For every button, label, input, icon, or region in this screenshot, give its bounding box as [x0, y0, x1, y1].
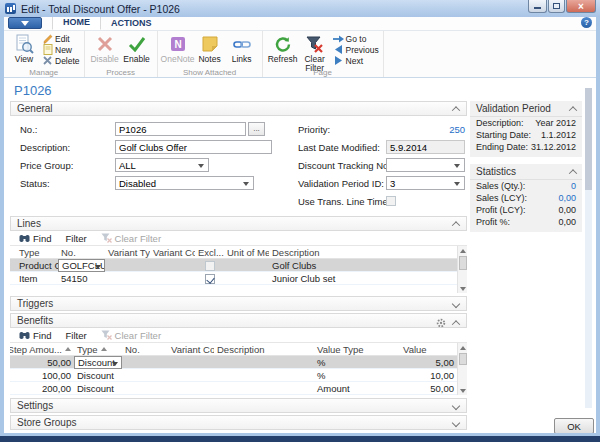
- maximize-button[interactable]: [548, 0, 565, 13]
- cell-no-editing[interactable]: GOLFCLU...: [58, 259, 105, 272]
- previous-button[interactable]: Previous: [333, 44, 379, 55]
- cell-description[interactable]: [214, 382, 314, 395]
- collapse-factbox-icon[interactable]: [569, 169, 577, 177]
- col-value[interactable]: Value: [400, 344, 457, 355]
- cell-description[interactable]: Golf Clubs: [269, 259, 457, 272]
- cell-excl[interactable]: [195, 272, 224, 285]
- col-step-amount[interactable]: Step Amou...: [10, 344, 74, 355]
- table-row[interactable]: 50,00 Discount % 5,00: [10, 356, 457, 369]
- description-input[interactable]: Golf Clubs Offer: [115, 140, 272, 154]
- expand-settings-icon[interactable]: [452, 402, 460, 410]
- benefits-filter-button[interactable]: Filter: [60, 330, 91, 341]
- section-header-lines[interactable]: Lines: [10, 216, 467, 231]
- collapse-benefits-icon[interactable]: [452, 320, 460, 328]
- section-header-settings[interactable]: Settings: [10, 398, 467, 413]
- help-icon[interactable]: ?: [581, 17, 592, 28]
- scroll-down-icon[interactable]: [458, 386, 468, 395]
- cell-excl[interactable]: [195, 259, 224, 272]
- no-input[interactable]: P1026: [115, 122, 246, 136]
- cell-type[interactable]: Discount: [74, 382, 122, 395]
- excl-checkbox[interactable]: [205, 261, 215, 271]
- section-header-general[interactable]: General: [10, 101, 467, 116]
- onenote-button[interactable]: N OneNote: [162, 33, 194, 64]
- cell-description[interactable]: [214, 369, 314, 382]
- cell-variant-code[interactable]: [150, 272, 195, 285]
- next-button[interactable]: Next: [333, 55, 379, 66]
- discount-tracking-no-select[interactable]: [386, 158, 465, 172]
- cell-uom[interactable]: [224, 272, 269, 285]
- status-select[interactable]: Disabled: [115, 176, 254, 190]
- cell-description[interactable]: [214, 356, 314, 369]
- cell-value-type[interactable]: %: [314, 369, 400, 382]
- title-bar[interactable]: Edit - Total Discount Offer - P1026 ×: [0, 0, 600, 17]
- cell-type[interactable]: Product Gro...: [10, 259, 58, 272]
- price-group-select[interactable]: ALL: [115, 158, 209, 172]
- cell-value[interactable]: 5,00: [400, 356, 457, 369]
- table-row[interactable]: Item 54150 Junior Club set: [10, 272, 457, 285]
- cell-variant-code[interactable]: [168, 369, 214, 382]
- cell-step-amount[interactable]: 200,00: [10, 382, 74, 395]
- expand-store-groups-icon[interactable]: [452, 419, 460, 427]
- factbox-statistics-header[interactable]: Statistics: [470, 164, 582, 180]
- clear-filter-button[interactable]: Clear Filter: [299, 33, 331, 73]
- close-button[interactable]: ×: [566, 0, 596, 13]
- validation-period-id-select[interactable]: 3: [386, 176, 465, 190]
- links-button[interactable]: Links: [226, 33, 258, 64]
- factbox-scrollbar[interactable]: [585, 88, 592, 408]
- fb-value-link[interactable]: 0,00: [558, 193, 576, 203]
- scroll-down-icon[interactable]: [458, 284, 468, 293]
- cell-variant-type[interactable]: [105, 259, 150, 272]
- benefits-scrollbar[interactable]: [457, 343, 467, 395]
- lines-filter-button[interactable]: Filter: [60, 233, 91, 244]
- gear-icon[interactable]: [436, 318, 446, 328]
- file-menu-button[interactable]: [8, 17, 42, 29]
- col-excl[interactable]: Excl...: [195, 247, 224, 258]
- lines-find-button[interactable]: Find: [14, 233, 56, 244]
- cell-type[interactable]: Item: [10, 272, 58, 285]
- col-variant-code[interactable]: Variant Code: [150, 247, 195, 258]
- col-no[interactable]: No.: [58, 247, 105, 258]
- col-variant-type[interactable]: Variant Type: [105, 247, 150, 258]
- cell-value-type[interactable]: Amount: [314, 382, 400, 395]
- factbox-validation-period-header[interactable]: Validation Period: [470, 101, 582, 117]
- benefits-clear-filter-button[interactable]: Clear Filter: [96, 330, 166, 341]
- lines-clear-filter-button[interactable]: Clear Filter: [96, 233, 166, 244]
- col-type[interactable]: Type: [10, 247, 58, 258]
- delete-button[interactable]: Delete: [42, 55, 80, 66]
- col-type[interactable]: Type: [74, 344, 122, 355]
- cell-variant-code[interactable]: [168, 382, 214, 395]
- scroll-up-icon[interactable]: [458, 343, 468, 352]
- cell-step-amount[interactable]: 100,00: [10, 369, 74, 382]
- col-description[interactable]: Description: [214, 344, 314, 355]
- excl-checkbox[interactable]: [205, 274, 215, 284]
- cell-no[interactable]: [122, 369, 168, 382]
- cell-variant-type[interactable]: [105, 272, 150, 285]
- benefits-find-button[interactable]: Find: [14, 330, 56, 341]
- section-header-benefits[interactable]: Benefits: [10, 313, 467, 328]
- cell-value[interactable]: 10,00: [400, 369, 457, 382]
- table-row[interactable]: 100,00 Discount % 10,00: [10, 369, 457, 382]
- enable-button[interactable]: Enable: [121, 33, 153, 64]
- refresh-button[interactable]: Refresh: [267, 33, 299, 64]
- fb-value-link[interactable]: 0: [571, 181, 576, 191]
- col-uom[interactable]: Unit of Mea...: [224, 247, 269, 258]
- cell-uom[interactable]: [224, 259, 269, 272]
- tab-actions[interactable]: ACTIONS: [101, 16, 162, 30]
- expand-triggers-icon[interactable]: [452, 300, 460, 308]
- col-description[interactable]: Description: [269, 247, 457, 258]
- collapse-factbox-icon[interactable]: [569, 106, 577, 114]
- priority-value[interactable]: 250: [386, 124, 465, 135]
- col-value-type[interactable]: Value Type: [314, 344, 400, 355]
- cell-variant-code[interactable]: [150, 259, 195, 272]
- col-no[interactable]: No.: [122, 344, 168, 355]
- collapse-lines-icon[interactable]: [452, 221, 460, 229]
- disable-button[interactable]: Disable: [89, 33, 121, 64]
- section-header-store-groups[interactable]: Store Groups: [10, 415, 467, 430]
- new-button[interactable]: New: [42, 44, 80, 55]
- cell-no[interactable]: [122, 356, 168, 369]
- cell-step-amount[interactable]: 50,00: [10, 356, 74, 369]
- col-variant-code[interactable]: Variant Code: [168, 344, 214, 355]
- cell-value-type[interactable]: %: [314, 356, 400, 369]
- cell-value[interactable]: 50,00: [400, 382, 457, 395]
- notes-button[interactable]: Notes: [194, 33, 226, 64]
